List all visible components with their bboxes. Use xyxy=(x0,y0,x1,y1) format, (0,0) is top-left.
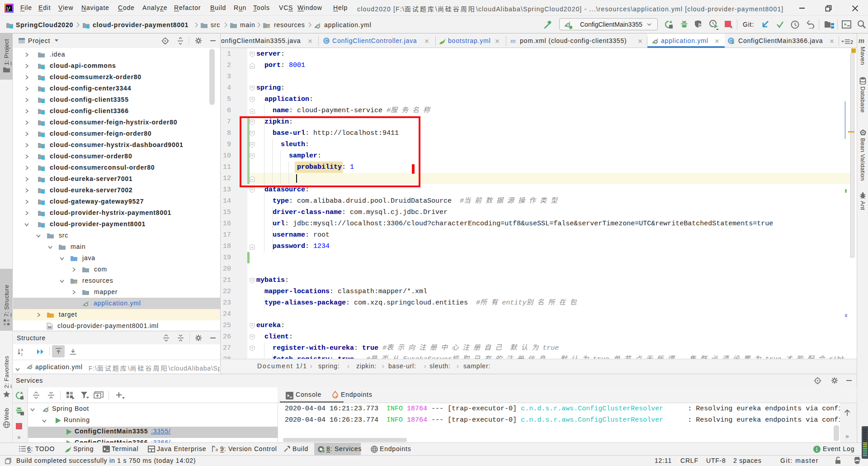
svg-text:4: 4 xyxy=(730,25,733,29)
svg-text:2: 2 xyxy=(850,39,854,45)
svg-text:1: 1 xyxy=(816,447,819,452)
svg-text:a: a xyxy=(21,347,24,352)
svg-text:C: C xyxy=(325,38,328,43)
svg-text:IJ: IJ xyxy=(7,6,10,10)
svg-text:m: m xyxy=(510,37,516,44)
svg-text:z: z xyxy=(21,352,23,356)
